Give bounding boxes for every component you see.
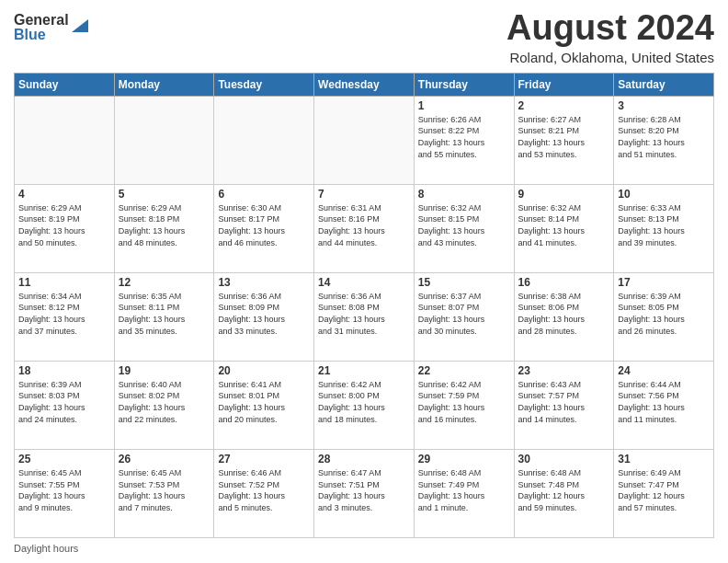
calendar-week-row: 25Sunrise: 6:45 AMSunset: 7:55 PMDayligh… (15, 449, 714, 537)
day-info: Sunrise: 6:32 AMSunset: 8:15 PMDaylight:… (418, 202, 510, 248)
calendar-cell: 24Sunrise: 6:44 AMSunset: 7:56 PMDayligh… (614, 361, 714, 449)
calendar-cell (114, 96, 214, 184)
calendar-cell: 2Sunrise: 6:27 AMSunset: 8:21 PMDaylight… (514, 96, 614, 184)
day-info: Sunrise: 6:42 AMSunset: 7:59 PMDaylight:… (418, 379, 510, 425)
day-number: 31 (618, 453, 710, 465)
day-number: 23 (518, 364, 610, 377)
logo-icon (72, 16, 88, 32)
day-info: Sunrise: 6:44 AMSunset: 7:56 PMDaylight:… (618, 379, 710, 425)
calendar-week-row: 11Sunrise: 6:34 AMSunset: 8:12 PMDayligh… (15, 272, 714, 361)
calendar-cell: 17Sunrise: 6:39 AMSunset: 8:05 PMDayligh… (614, 272, 714, 361)
day-info: Sunrise: 6:31 AMSunset: 8:16 PMDaylight:… (318, 202, 410, 248)
day-info: Sunrise: 6:42 AMSunset: 8:00 PMDaylight:… (318, 379, 410, 425)
calendar-week-row: 1Sunrise: 6:26 AMSunset: 8:22 PMDaylight… (15, 96, 714, 184)
calendar-cell: 19Sunrise: 6:40 AMSunset: 8:02 PMDayligh… (114, 361, 214, 449)
calendar-cell: 22Sunrise: 6:42 AMSunset: 7:59 PMDayligh… (414, 361, 514, 449)
day-number: 21 (318, 364, 410, 377)
calendar-cell: 6Sunrise: 6:30 AMSunset: 8:17 PMDaylight… (214, 184, 314, 272)
day-info: Sunrise: 6:35 AMSunset: 8:11 PMDaylight:… (119, 291, 210, 337)
calendar-cell: 5Sunrise: 6:29 AMSunset: 8:18 PMDaylight… (114, 184, 214, 272)
day-info: Sunrise: 6:48 AMSunset: 7:48 PMDaylight:… (518, 467, 610, 513)
calendar-cell: 30Sunrise: 6:48 AMSunset: 7:48 PMDayligh… (514, 449, 614, 537)
day-number: 1 (418, 99, 510, 112)
calendar-day-header: Sunday (15, 73, 115, 96)
day-number: 26 (119, 453, 210, 465)
calendar-cell: 11Sunrise: 6:34 AMSunset: 8:12 PMDayligh… (15, 272, 115, 361)
calendar-cell: 23Sunrise: 6:43 AMSunset: 7:57 PMDayligh… (514, 361, 614, 449)
day-number: 24 (618, 364, 710, 377)
calendar-day-header: Wednesday (314, 73, 415, 96)
calendar-table: SundayMondayTuesdayWednesdayThursdayFrid… (14, 73, 714, 538)
logo-text: General Blue (14, 13, 69, 42)
day-info: Sunrise: 6:38 AMSunset: 8:06 PMDaylight:… (518, 291, 610, 337)
day-info: Sunrise: 6:29 AMSunset: 8:18 PMDaylight:… (119, 202, 210, 248)
day-number: 13 (218, 276, 310, 289)
day-number: 7 (318, 188, 410, 201)
calendar-cell: 3Sunrise: 6:28 AMSunset: 8:20 PMDaylight… (614, 96, 714, 184)
day-number: 6 (218, 188, 310, 201)
day-info: Sunrise: 6:26 AMSunset: 8:22 PMDaylight:… (418, 114, 510, 160)
day-number: 12 (119, 276, 210, 289)
footer: Daylight hours (14, 543, 714, 554)
day-number: 27 (218, 453, 310, 465)
day-info: Sunrise: 6:46 AMSunset: 7:52 PMDaylight:… (218, 467, 310, 513)
day-number: 17 (618, 276, 710, 289)
calendar-cell: 28Sunrise: 6:47 AMSunset: 7:51 PMDayligh… (314, 449, 415, 537)
day-number: 20 (218, 364, 310, 377)
day-info: Sunrise: 6:27 AMSunset: 8:21 PMDaylight:… (518, 114, 610, 160)
calendar-cell: 18Sunrise: 6:39 AMSunset: 8:03 PMDayligh… (15, 361, 115, 449)
calendar-cell: 4Sunrise: 6:29 AMSunset: 8:19 PMDaylight… (15, 184, 115, 272)
day-number: 10 (618, 188, 710, 201)
calendar-cell (15, 96, 115, 184)
day-number: 3 (618, 99, 710, 112)
day-info: Sunrise: 6:36 AMSunset: 8:09 PMDaylight:… (218, 291, 310, 337)
calendar-cell: 29Sunrise: 6:48 AMSunset: 7:49 PMDayligh… (414, 449, 514, 537)
day-number: 18 (18, 364, 110, 377)
calendar-cell: 13Sunrise: 6:36 AMSunset: 8:09 PMDayligh… (214, 272, 314, 361)
day-info: Sunrise: 6:28 AMSunset: 8:20 PMDaylight:… (618, 114, 710, 160)
svg-marker-0 (72, 19, 88, 32)
day-info: Sunrise: 6:48 AMSunset: 7:49 PMDaylight:… (418, 467, 510, 513)
day-number: 15 (418, 276, 510, 289)
day-info: Sunrise: 6:39 AMSunset: 8:03 PMDaylight:… (18, 379, 110, 425)
calendar-cell: 12Sunrise: 6:35 AMSunset: 8:11 PMDayligh… (114, 272, 214, 361)
month-title: August 2024 (506, 9, 714, 48)
day-number: 5 (119, 188, 210, 201)
day-number: 8 (418, 188, 510, 201)
day-number: 25 (18, 453, 110, 465)
day-number: 19 (119, 364, 210, 377)
day-info: Sunrise: 6:29 AMSunset: 8:19 PMDaylight:… (18, 202, 110, 248)
calendar-cell: 31Sunrise: 6:49 AMSunset: 7:47 PMDayligh… (614, 449, 714, 537)
calendar-cell: 8Sunrise: 6:32 AMSunset: 8:15 PMDaylight… (414, 184, 514, 272)
day-info: Sunrise: 6:33 AMSunset: 8:13 PMDaylight:… (618, 202, 710, 248)
calendar-cell: 26Sunrise: 6:45 AMSunset: 7:53 PMDayligh… (114, 449, 214, 537)
calendar-day-header: Thursday (414, 73, 514, 96)
calendar-cell: 14Sunrise: 6:36 AMSunset: 8:08 PMDayligh… (314, 272, 415, 361)
calendar-day-header: Saturday (614, 73, 714, 96)
day-number: 30 (518, 453, 610, 465)
day-number: 22 (418, 364, 510, 377)
day-info: Sunrise: 6:39 AMSunset: 8:05 PMDaylight:… (618, 291, 710, 337)
day-info: Sunrise: 6:32 AMSunset: 8:14 PMDaylight:… (518, 202, 610, 248)
calendar-cell: 1Sunrise: 6:26 AMSunset: 8:22 PMDaylight… (414, 96, 514, 184)
calendar-week-row: 4Sunrise: 6:29 AMSunset: 8:19 PMDaylight… (15, 184, 714, 272)
calendar-day-header: Monday (114, 73, 214, 96)
calendar-cell: 27Sunrise: 6:46 AMSunset: 7:52 PMDayligh… (214, 449, 314, 537)
calendar-cell: 25Sunrise: 6:45 AMSunset: 7:55 PMDayligh… (15, 449, 115, 537)
day-info: Sunrise: 6:40 AMSunset: 8:02 PMDaylight:… (119, 379, 210, 425)
header: General Blue August 2024 Roland, Oklahom… (14, 9, 714, 65)
calendar-day-header: Tuesday (214, 73, 314, 96)
logo-blue: Blue (14, 28, 69, 42)
day-info: Sunrise: 6:47 AMSunset: 7:51 PMDaylight:… (318, 467, 410, 513)
calendar-cell: 9Sunrise: 6:32 AMSunset: 8:14 PMDaylight… (514, 184, 614, 272)
day-info: Sunrise: 6:43 AMSunset: 7:57 PMDaylight:… (518, 379, 610, 425)
calendar-cell: 15Sunrise: 6:37 AMSunset: 8:07 PMDayligh… (414, 272, 514, 361)
day-info: Sunrise: 6:41 AMSunset: 8:01 PMDaylight:… (218, 379, 310, 425)
calendar-header-row: SundayMondayTuesdayWednesdayThursdayFrid… (15, 73, 714, 96)
day-number: 14 (318, 276, 410, 289)
day-info: Sunrise: 6:36 AMSunset: 8:08 PMDaylight:… (318, 291, 410, 337)
day-number: 11 (18, 276, 110, 289)
day-info: Sunrise: 6:49 AMSunset: 7:47 PMDaylight:… (618, 467, 710, 513)
logo: General Blue (14, 13, 88, 42)
calendar-week-row: 18Sunrise: 6:39 AMSunset: 8:03 PMDayligh… (15, 361, 714, 449)
